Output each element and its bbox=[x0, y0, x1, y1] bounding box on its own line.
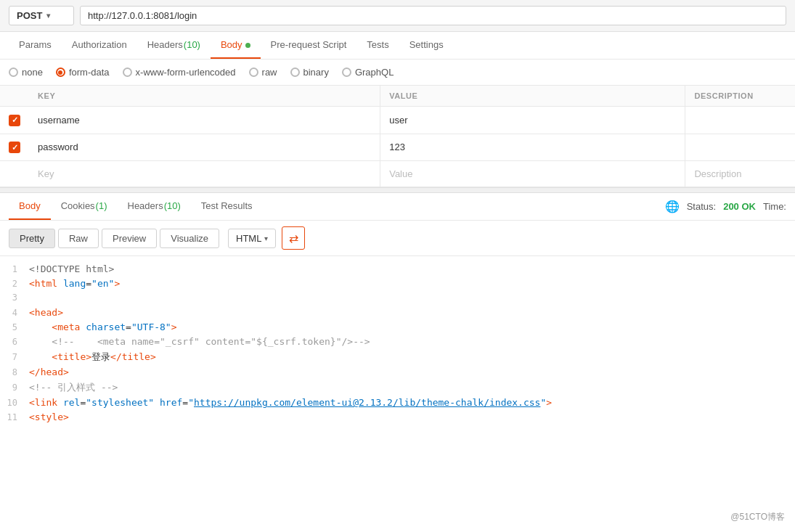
line-content: <meta charset="UTF-8"> bbox=[29, 322, 177, 332]
checkbox-0[interactable] bbox=[9, 115, 20, 126]
tab-params[interactable]: Params bbox=[9, 32, 62, 59]
code-line: 3 bbox=[0, 291, 795, 306]
table-placeholder-row: Key Value Description bbox=[0, 161, 795, 187]
table-row: username user bbox=[0, 107, 795, 134]
line-content: </head> bbox=[29, 367, 69, 377]
radio-circle-graphql bbox=[342, 67, 351, 77]
col-key-header: KEY bbox=[29, 86, 380, 107]
radio-circle-urlencoded bbox=[123, 67, 132, 77]
wrap-icon: ⇄ bbox=[289, 232, 298, 245]
line-content: <!-- <meta name="_csrf" content="${_csrf… bbox=[29, 336, 370, 347]
time-label: Time: bbox=[763, 201, 786, 212]
tab-pre-request[interactable]: Pre-request Script bbox=[261, 32, 357, 59]
request-tabs: ParamsAuthorizationHeaders(10)BodyPre-re… bbox=[0, 32, 795, 60]
line-number: 4 bbox=[0, 308, 29, 318]
row-checkbox-0[interactable] bbox=[0, 107, 29, 134]
code-line: 7 <title>登录</title> bbox=[0, 349, 795, 365]
view-btn-pretty[interactable]: Pretty bbox=[9, 229, 55, 248]
status-label: Status: bbox=[687, 201, 716, 212]
response-tabs-row: BodyCookies(1)Headers(10)Test Results 🌐 … bbox=[0, 193, 795, 221]
tab-tests[interactable]: Tests bbox=[356, 32, 399, 59]
line-content: <link rel="stylesheet" href="https://unp… bbox=[29, 397, 552, 408]
tab-body[interactable]: Body bbox=[211, 32, 261, 59]
line-content: <title>登录</title> bbox=[29, 351, 156, 364]
code-line: 11<style> bbox=[0, 410, 795, 425]
tab-settings[interactable]: Settings bbox=[399, 32, 454, 59]
url-input[interactable] bbox=[80, 6, 786, 25]
method-chevron: ▾ bbox=[46, 12, 50, 20]
radio-binary[interactable]: binary bbox=[290, 67, 329, 78]
view-btn-raw[interactable]: Raw bbox=[58, 229, 99, 248]
params-table: KEY VALUE DESCRIPTION username user pass… bbox=[0, 86, 795, 187]
method-select[interactable]: POST ▾ bbox=[9, 6, 74, 25]
view-btn-visualize[interactable]: Visualize bbox=[160, 229, 219, 248]
wrap-button[interactable]: ⇄ bbox=[282, 226, 305, 250]
format-chevron: ▾ bbox=[264, 234, 268, 242]
placeholder-key[interactable]: Key bbox=[29, 161, 380, 187]
code-line: 5 <meta charset="UTF-8"> bbox=[0, 320, 795, 335]
placeholder-desc[interactable]: Description bbox=[685, 161, 795, 187]
status-value: 200 OK bbox=[723, 201, 756, 212]
row-desc-0[interactable] bbox=[685, 107, 795, 134]
line-number: 6 bbox=[0, 337, 29, 347]
response-tab-test-results[interactable]: Test Results bbox=[191, 193, 263, 220]
row-key-0[interactable]: username bbox=[29, 107, 380, 134]
radio-label-urlencoded: x-www-form-urlencoded bbox=[136, 67, 236, 78]
line-number: 11 bbox=[0, 412, 29, 422]
code-line: 9<!-- 引入样式 --> bbox=[0, 380, 795, 396]
format-label: HTML bbox=[236, 233, 261, 244]
response-status: 🌐 Status: 200 OK Time: bbox=[665, 200, 786, 213]
line-number: 9 bbox=[0, 382, 29, 393]
row-desc-1[interactable] bbox=[685, 134, 795, 161]
line-content: <style> bbox=[29, 412, 69, 422]
line-content: <head> bbox=[29, 307, 63, 318]
code-line: 4<head> bbox=[0, 306, 795, 320]
radio-urlencoded[interactable]: x-www-form-urlencoded bbox=[123, 67, 236, 78]
radio-none[interactable]: none bbox=[9, 67, 43, 78]
code-line: 10<link rel="stylesheet" href="https://u… bbox=[0, 396, 795, 410]
code-line: 1<!DOCTYPE html> bbox=[0, 262, 795, 277]
radio-graphql[interactable]: GraphQL bbox=[342, 67, 394, 78]
radio-label-form-data: form-data bbox=[69, 67, 110, 78]
checkbox-1[interactable] bbox=[9, 142, 20, 153]
line-number: 5 bbox=[0, 322, 29, 332]
tab-authorization[interactable]: Authorization bbox=[62, 32, 137, 59]
format-select[interactable]: HTML▾ bbox=[228, 229, 276, 248]
radio-circle-form-data bbox=[56, 67, 65, 77]
radio-label-raw: raw bbox=[262, 67, 277, 78]
radio-form-data[interactable]: form-data bbox=[56, 67, 110, 78]
body-type-row: noneform-datax-www-form-urlencodedrawbin… bbox=[0, 60, 795, 86]
row-value-1[interactable]: 123 bbox=[380, 134, 685, 161]
line-number: 7 bbox=[0, 352, 29, 362]
tab-headers[interactable]: Headers(10) bbox=[137, 32, 211, 59]
code-block: 1<!DOCTYPE html>2<html lang="en">34<head… bbox=[0, 256, 795, 430]
row-key-1[interactable]: password bbox=[29, 134, 380, 161]
radio-label-binary: binary bbox=[303, 67, 329, 78]
line-number: 1 bbox=[0, 264, 29, 274]
line-content: <!-- 引入样式 --> bbox=[29, 381, 118, 394]
radio-raw[interactable]: raw bbox=[249, 67, 277, 78]
row-checkbox-1[interactable] bbox=[0, 134, 29, 161]
response-tab-headers[interactable]: Headers(10) bbox=[118, 193, 191, 220]
code-line: 2<html lang="en"> bbox=[0, 277, 795, 291]
radio-circle-raw bbox=[249, 67, 258, 77]
line-number: 10 bbox=[0, 398, 29, 408]
line-number: 2 bbox=[0, 279, 29, 289]
response-tab-body[interactable]: Body bbox=[9, 193, 51, 220]
code-line: 8</head> bbox=[0, 365, 795, 380]
placeholder-check bbox=[0, 161, 29, 187]
line-content: <!DOCTYPE html> bbox=[29, 263, 114, 274]
globe-icon: 🌐 bbox=[665, 200, 680, 213]
col-desc-header: DESCRIPTION bbox=[685, 86, 795, 107]
response-toolbar: PrettyRawPreviewVisualizeHTML▾⇄ bbox=[0, 221, 795, 256]
response-tab-cookies[interactable]: Cookies(1) bbox=[51, 193, 118, 220]
radio-circle-binary bbox=[290, 67, 300, 77]
col-value-header: VALUE bbox=[380, 86, 685, 107]
view-btn-preview[interactable]: Preview bbox=[102, 229, 157, 248]
radio-label-graphql: GraphQL bbox=[355, 67, 394, 78]
radio-circle-none bbox=[9, 67, 18, 77]
url-bar: POST ▾ bbox=[0, 0, 795, 32]
placeholder-value[interactable]: Value bbox=[380, 161, 685, 187]
response-tabs: BodyCookies(1)Headers(10)Test Results bbox=[9, 193, 665, 220]
row-value-0[interactable]: user bbox=[380, 107, 685, 134]
